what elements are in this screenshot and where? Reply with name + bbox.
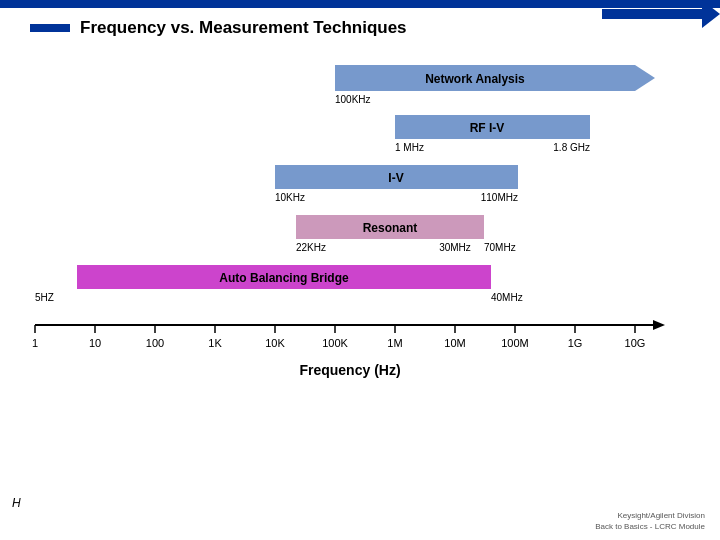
tick-10m: 10M <box>444 337 465 349</box>
frequency-chart: Network Analysis 100KHz RF I-V 1 MHz 1.8… <box>25 55 695 435</box>
tick-10g: 10G <box>625 337 646 349</box>
auto-left: 5HZ <box>35 292 54 303</box>
tick-1: 1 <box>32 337 38 349</box>
tick-10: 10 <box>89 337 101 349</box>
resonant-right: 70MHz <box>484 242 516 253</box>
tick-100k: 100K <box>322 337 348 349</box>
right-decoration <box>602 0 720 28</box>
resonant-mid: 30MHz <box>439 242 471 253</box>
network-100khz: 100KHz <box>335 94 371 105</box>
tick-1g: 1G <box>568 337 583 349</box>
iv-left: 10KHz <box>275 192 305 203</box>
h-label: H <box>12 496 21 510</box>
rfi-v-right: 1.8 GHz <box>553 142 590 153</box>
network-analysis-label: Network Analysis <box>425 72 525 86</box>
tick-1m: 1M <box>387 337 402 349</box>
auto-balancing-label: Auto Balancing Bridge <box>219 271 349 285</box>
auto-right: 40MHz <box>491 292 523 303</box>
iv-right: 110MHz <box>481 192 518 203</box>
title-accent <box>30 24 70 32</box>
tick-100: 100 <box>146 337 164 349</box>
tick-10k: 10K <box>265 337 285 349</box>
freq-axis-label: Frequency (Hz) <box>299 362 400 378</box>
title-section: Frequency vs. Measurement Techniques <box>30 18 407 38</box>
svg-marker-7 <box>653 320 665 330</box>
tick-1k: 1K <box>208 337 222 349</box>
copyright-line2: Back to Basics - LCRC Module <box>595 521 705 532</box>
copyright-line1: Keysight/Agilent Division <box>595 510 705 521</box>
resonant-left: 22KHz <box>296 242 326 253</box>
rfi-v-label: RF I-V <box>470 121 505 135</box>
tick-100m: 100M <box>501 337 529 349</box>
page-title: Frequency vs. Measurement Techniques <box>80 18 407 38</box>
svg-marker-1 <box>635 65 655 91</box>
resonant-label: Resonant <box>363 221 418 235</box>
iv-label: I-V <box>388 171 403 185</box>
rfi-v-left: 1 MHz <box>395 142 424 153</box>
copyright: Keysight/Agilent Division Back to Basics… <box>595 510 705 532</box>
